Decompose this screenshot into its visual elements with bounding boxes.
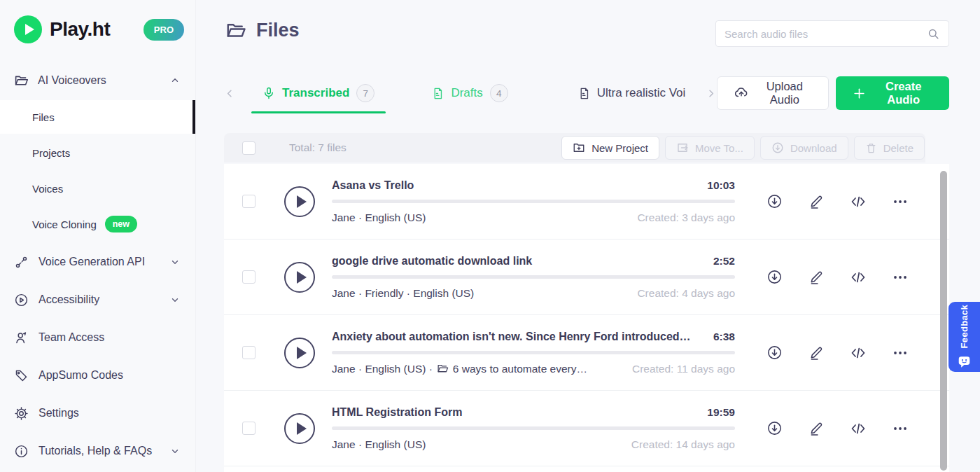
file-created: Created: 14 days ago: [631, 438, 735, 451]
tag-icon: [14, 368, 29, 383]
folder-icon: [14, 74, 29, 88]
edit-icon[interactable]: [808, 420, 825, 437]
plus-icon: [853, 87, 866, 100]
tabs-scroll-left-icon[interactable]: [224, 88, 236, 99]
sidebar-item-voices[interactable]: Voices: [0, 172, 195, 205]
code-embed-icon[interactable]: [850, 193, 867, 210]
download-icon[interactable]: [766, 269, 783, 286]
sidebar: Play.ht PRO AI Voiceovers Files Projects…: [0, 0, 196, 472]
chevron-down-icon: [170, 295, 180, 305]
trash-icon: [865, 142, 877, 154]
open-folder-icon: [225, 20, 246, 41]
file-duration: 6:38: [713, 331, 735, 343]
logo[interactable]: Play.ht PRO: [0, 0, 195, 53]
audio-progress-bar[interactable]: [332, 200, 735, 203]
sidebar-item-files[interactable]: Files: [0, 100, 195, 134]
tab-drafts[interactable]: Drafts 4: [421, 76, 519, 111]
play-button[interactable]: [284, 413, 315, 444]
sidebar-item-appsumo-codes[interactable]: AppSumo Codes: [0, 356, 195, 394]
audio-progress-bar[interactable]: [332, 351, 735, 354]
play-button[interactable]: [284, 338, 315, 368]
file-project[interactable]: 6 ways to automate every…: [453, 363, 587, 375]
project-folder-icon: [437, 363, 449, 375]
pro-badge[interactable]: PRO: [144, 19, 184, 41]
download-icon[interactable]: [766, 193, 783, 210]
edit-icon[interactable]: [808, 193, 825, 210]
upload-audio-button[interactable]: Upload Audio: [717, 76, 829, 110]
file-row: Asana vs Trello 10:03 Jane · English (US…: [224, 164, 949, 240]
tab-ultra-realistic-voices[interactable]: Ultra realistic Voi: [567, 76, 704, 111]
sidebar-item-tutorials-help[interactable]: Tutorials, Help & FAQs: [0, 432, 195, 470]
file-row: Anxiety about automation isn't new. Sinc…: [224, 315, 949, 391]
search-icon[interactable]: [927, 27, 940, 41]
audio-progress-bar[interactable]: [332, 426, 735, 430]
file-title: google drive automatic download link: [332, 255, 542, 268]
cloud-upload-icon: [734, 86, 749, 100]
logo-text: Play.ht: [50, 18, 110, 41]
code-embed-icon[interactable]: [850, 269, 867, 286]
person-icon: [14, 331, 29, 345]
sidebar-item-ai-voiceovers[interactable]: AI Voiceovers: [0, 63, 195, 98]
file-meta: Jane · English (US): [332, 211, 426, 224]
file-meta: Jane · English (US): [332, 438, 426, 451]
search-input[interactable]: [724, 28, 927, 40]
total-files-label: Total: 7 files: [289, 141, 346, 154]
file-duration: 2:52: [713, 255, 735, 268]
file-duration: 10:03: [707, 179, 735, 192]
select-all-checkbox[interactable]: [242, 141, 255, 155]
row-checkbox[interactable]: [242, 270, 255, 284]
row-checkbox[interactable]: [242, 195, 255, 208]
code-embed-icon[interactable]: [850, 345, 867, 361]
move-to-icon: [676, 141, 689, 154]
list-scrollbar[interactable]: [940, 171, 947, 471]
feedback-button[interactable]: Feedback: [948, 302, 980, 372]
file-title: Asana vs Trello: [332, 179, 424, 192]
microphone-icon: [262, 86, 275, 100]
tab-transcribed[interactable]: Transcribed 7: [251, 76, 386, 111]
download-icon[interactable]: [766, 420, 783, 437]
download-button[interactable]: Download: [760, 136, 848, 160]
document-icon: [578, 87, 590, 100]
file-title: HTML Registration Form: [332, 406, 472, 419]
audio-progress-bar[interactable]: [332, 275, 735, 279]
edit-icon[interactable]: [808, 345, 825, 361]
chevron-down-icon: [170, 446, 180, 456]
create-audio-button[interactable]: Create Audio: [836, 76, 949, 110]
play-circle-icon: [14, 293, 29, 307]
edit-icon[interactable]: [808, 269, 825, 286]
download-icon[interactable]: [766, 345, 783, 361]
sidebar-item-settings[interactable]: Settings: [0, 394, 195, 432]
sidebar-item-accessibility[interactable]: Accessibility: [0, 281, 195, 319]
sidebar-item-projects[interactable]: Projects: [0, 136, 195, 169]
sidebar-item-voice-cloning[interactable]: Voice Cloning new: [0, 207, 195, 241]
play-logo-icon: [14, 15, 42, 43]
move-to-button[interactable]: Move To...: [665, 136, 755, 160]
new-project-button[interactable]: New Project: [561, 136, 659, 160]
sidebar-item-team-access[interactable]: Team Access: [0, 319, 195, 356]
more-options-icon[interactable]: [892, 269, 909, 286]
file-created: Created: 3 days ago: [637, 211, 735, 224]
play-button[interactable]: [284, 186, 315, 217]
delete-button[interactable]: Delete: [854, 136, 925, 160]
api-cable-icon: [14, 255, 29, 270]
tabs-scroll-right-icon[interactable]: [705, 88, 717, 99]
new-badge: new: [105, 216, 137, 232]
folder-plus-icon: [573, 141, 585, 154]
download-circle-icon: [771, 141, 784, 154]
gear-icon: [14, 406, 29, 421]
search-box: [715, 20, 949, 47]
file-row: google drive automatic download link 2:5…: [224, 240, 949, 315]
more-options-icon[interactable]: [892, 420, 909, 437]
file-created: Created: 4 days ago: [637, 287, 735, 300]
play-button[interactable]: [284, 262, 315, 293]
row-checkbox[interactable]: [242, 422, 255, 435]
sidebar-item-voice-generation-api[interactable]: Voice Generation API: [0, 243, 195, 281]
row-checkbox[interactable]: [242, 346, 255, 359]
file-title: Anxiety about automation isn't new. Sinc…: [332, 331, 701, 343]
tabs-row: Transcribed 7 Drafts 4 Ultra realistic V…: [224, 76, 949, 111]
file-created: Created: 11 days ago: [632, 363, 735, 375]
info-icon: [14, 444, 29, 459]
code-embed-icon[interactable]: [850, 420, 867, 437]
more-options-icon[interactable]: [892, 345, 909, 361]
more-options-icon[interactable]: [892, 193, 909, 210]
